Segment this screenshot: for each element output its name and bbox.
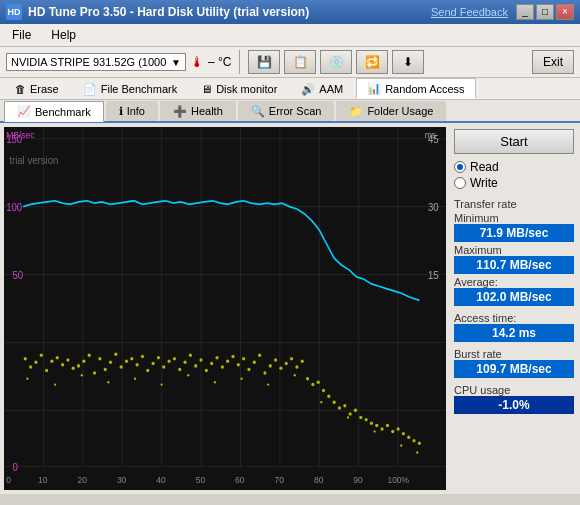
save-icon: 💿 — [329, 55, 344, 69]
tab-disk-monitor[interactable]: 🖥 Disk monitor — [190, 79, 288, 98]
svg-text:30: 30 — [117, 475, 126, 485]
maximize-button[interactable]: □ — [536, 4, 554, 20]
svg-point-86 — [279, 366, 282, 370]
chart-area: 150 100 50 0 45 30 15 0 10 20 30 40 50 6… — [4, 127, 446, 490]
file-icon: 📄 — [83, 83, 97, 96]
svg-point-95 — [327, 395, 330, 399]
svg-point-64 — [162, 365, 165, 369]
tab-random-access[interactable]: 📊 Random Access — [356, 78, 475, 99]
svg-point-88 — [290, 357, 293, 361]
svg-text:100%: 100% — [387, 475, 409, 485]
svg-point-69 — [189, 354, 192, 358]
tab-benchmark[interactable]: 📈 Benchmark — [4, 101, 104, 122]
svg-point-66 — [173, 357, 176, 361]
svg-point-93 — [317, 381, 320, 385]
svg-point-73 — [210, 362, 213, 366]
svg-point-91 — [306, 377, 309, 381]
svg-point-84 — [269, 364, 272, 368]
toolbar-btn-1[interactable]: 💾 — [248, 50, 280, 74]
menu-file[interactable]: File — [8, 26, 35, 44]
toolbar-btn-3[interactable]: 💿 — [320, 50, 352, 74]
title-bar: HD HD Tune Pro 3.50 - Hard Disk Utility … — [0, 0, 580, 24]
close-button[interactable]: × — [556, 4, 574, 20]
svg-point-94 — [322, 389, 325, 393]
svg-text:50: 50 — [196, 475, 205, 485]
svg-point-108 — [396, 427, 399, 431]
tab-health[interactable]: ➕ Health — [160, 101, 236, 121]
menu-bar: File Help — [0, 24, 580, 47]
svg-point-40 — [34, 361, 37, 365]
minimize-button[interactable]: _ — [516, 4, 534, 20]
svg-point-51 — [93, 371, 96, 375]
temperature-display: 🌡 – °C — [190, 54, 231, 70]
tab-strip-1: 🗑 Erase 📄 File Benchmark 🖥 Disk monitor … — [0, 78, 580, 100]
svg-point-102 — [365, 418, 368, 422]
svg-point-57 — [125, 359, 128, 363]
svg-point-109 — [402, 432, 405, 436]
info-icon: 💾 — [257, 55, 272, 69]
svg-text:80: 80 — [314, 475, 323, 485]
svg-point-52 — [98, 357, 101, 361]
random-icon: 📊 — [367, 82, 381, 95]
svg-point-104 — [375, 424, 378, 428]
benchmark-chart: 150 100 50 0 45 30 15 0 10 20 30 40 50 6… — [4, 127, 446, 490]
write-radio[interactable]: Write — [454, 176, 574, 190]
svg-point-120 — [214, 381, 216, 383]
read-radio[interactable]: Read — [454, 160, 574, 174]
svg-text:40: 40 — [156, 475, 165, 485]
average-value: 102.0 MB/sec — [454, 288, 574, 306]
svg-point-119 — [187, 374, 189, 376]
cpu-usage-value: -1.0% — [454, 396, 574, 414]
svg-point-78 — [237, 363, 240, 367]
svg-point-99 — [349, 412, 352, 416]
svg-point-60 — [141, 355, 144, 359]
svg-point-55 — [114, 352, 117, 356]
menu-help[interactable]: Help — [47, 26, 80, 44]
start-button[interactable]: Start — [454, 129, 574, 154]
window-controls: _ □ × — [516, 4, 574, 20]
svg-text:MB/sec: MB/sec — [6, 129, 35, 139]
svg-point-49 — [82, 359, 85, 363]
svg-point-97 — [338, 406, 341, 410]
svg-point-101 — [359, 416, 362, 420]
send-feedback-link[interactable]: Send Feedback — [431, 6, 508, 18]
svg-point-115 — [81, 374, 83, 376]
svg-point-80 — [247, 368, 250, 372]
thermometer-icon: 🌡 — [190, 54, 204, 70]
write-radio-indicator — [454, 177, 466, 189]
tab-info[interactable]: ℹ Info — [106, 101, 158, 121]
svg-point-75 — [221, 365, 224, 369]
svg-point-53 — [104, 368, 107, 372]
toolbar-btn-2[interactable]: 📋 — [284, 50, 316, 74]
scan-icon: 🔍 — [251, 105, 265, 118]
tab-erase[interactable]: 🗑 Erase — [4, 79, 70, 98]
svg-point-117 — [134, 378, 136, 380]
svg-point-89 — [295, 365, 298, 369]
drive-select[interactable]: NVIDIA STRIPE 931.52G (1000 GB) ▼ — [6, 53, 186, 71]
refresh-icon: 🔁 — [365, 55, 380, 69]
monitor-icon: 🖥 — [201, 83, 212, 95]
access-time-section: Access time: 14.2 ms — [454, 310, 574, 342]
svg-text:0: 0 — [6, 475, 11, 485]
svg-point-113 — [26, 378, 28, 380]
svg-text:20: 20 — [77, 475, 86, 485]
svg-point-121 — [240, 378, 242, 380]
tab-folder-usage[interactable]: 📁 Folder Usage — [336, 101, 446, 121]
svg-point-77 — [231, 355, 234, 359]
svg-point-116 — [107, 381, 109, 383]
svg-text:60: 60 — [235, 475, 244, 485]
main-content: 150 100 50 0 45 30 15 0 10 20 30 40 50 6… — [0, 123, 580, 494]
toolbar-btn-4[interactable]: 🔁 — [356, 50, 388, 74]
tab-file-benchmark[interactable]: 📄 File Benchmark — [72, 79, 188, 99]
svg-point-85 — [274, 358, 277, 362]
svg-point-47 — [72, 366, 75, 370]
svg-point-122 — [267, 383, 269, 385]
toolbar-btn-5[interactable]: ⬇ — [392, 50, 424, 74]
exit-button[interactable]: Exit — [532, 50, 574, 74]
svg-point-59 — [136, 363, 139, 367]
tab-error-scan[interactable]: 🔍 Error Scan — [238, 101, 335, 121]
access-time-value: 14.2 ms — [454, 324, 574, 342]
tab-aam[interactable]: 🔊 AAM — [290, 79, 354, 99]
minimum-value: 71.9 MB/sec — [454, 224, 574, 242]
svg-text:90: 90 — [353, 475, 362, 485]
